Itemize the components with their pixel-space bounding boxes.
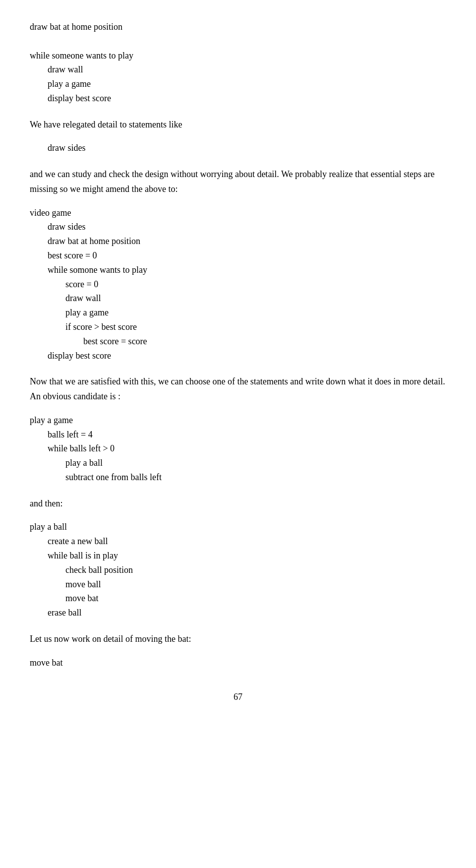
- code-line: subtract one from balls left: [30, 470, 446, 485]
- code-line-indented: play a game: [30, 77, 446, 91]
- paragraph-text: Now that we are satisfied with this, we …: [30, 376, 445, 401]
- code-block-2: draw sides: [30, 141, 446, 155]
- code-line: while balls left > 0: [30, 441, 446, 456]
- code-block-3: video game draw sides draw bat at home p…: [30, 206, 446, 363]
- code-line-indented: display best score: [30, 91, 446, 106]
- paragraph-3: Now that we are satisfied with this, we …: [30, 374, 446, 404]
- paragraph-text: Let us now work on detail of moving the …: [30, 634, 191, 644]
- code-line: play a game: [30, 306, 446, 320]
- page-number: 67: [30, 690, 446, 704]
- code-line: draw bat at home position: [30, 20, 446, 34]
- code-line: play a ball: [30, 456, 446, 470]
- code-line: display best score: [30, 349, 446, 363]
- paragraph-2: and we can study and check the design wi…: [30, 167, 446, 196]
- code-line: video game: [30, 206, 446, 220]
- paragraph-1: We have relegated detail to statements l…: [30, 118, 446, 132]
- paragraph-text: and then:: [30, 498, 62, 508]
- paragraph-text: and we can study and check the design wi…: [30, 169, 434, 194]
- code-line-blank: [30, 34, 446, 49]
- code-line-indented: draw wall: [30, 62, 446, 77]
- code-line: play a game: [30, 413, 446, 428]
- paragraph-4: and then:: [30, 496, 446, 511]
- code-block-6: move bat: [30, 656, 446, 670]
- code-line: while ball is in play: [30, 549, 446, 563]
- code-line: check ball position: [30, 563, 446, 577]
- code-line: best score = score: [30, 334, 446, 349]
- code-line: draw sides: [30, 220, 446, 234]
- code-line: draw wall: [30, 291, 446, 306]
- code-line: balls left = 4: [30, 428, 446, 442]
- page-number-text: 67: [234, 692, 242, 702]
- paragraph-text: We have relegated detail to statements l…: [30, 120, 182, 129]
- code-block-5: play a ball create a new ball while ball…: [30, 520, 446, 620]
- code-line: score = 0: [30, 277, 446, 292]
- code-line: play a ball: [30, 520, 446, 534]
- code-block-1: draw bat at home position while someone …: [30, 20, 446, 106]
- code-line: erase ball: [30, 606, 446, 620]
- code-line: best score = 0: [30, 248, 446, 263]
- code-line: while someone wants to play: [30, 49, 446, 63]
- code-line: move bat: [30, 591, 446, 606]
- code-line: move bat: [30, 656, 446, 670]
- code-block-4: play a game balls left = 4 while balls l…: [30, 413, 446, 485]
- paragraph-5: Let us now work on detail of moving the …: [30, 632, 446, 647]
- code-line: draw bat at home position: [30, 234, 446, 248]
- code-line: while somone wants to play: [30, 263, 446, 277]
- code-line: move ball: [30, 577, 446, 592]
- code-line: create a new ball: [30, 534, 446, 549]
- code-line: draw sides: [30, 141, 446, 155]
- page-content: draw bat at home position while someone …: [30, 20, 446, 704]
- code-line: if score > best score: [30, 320, 446, 334]
